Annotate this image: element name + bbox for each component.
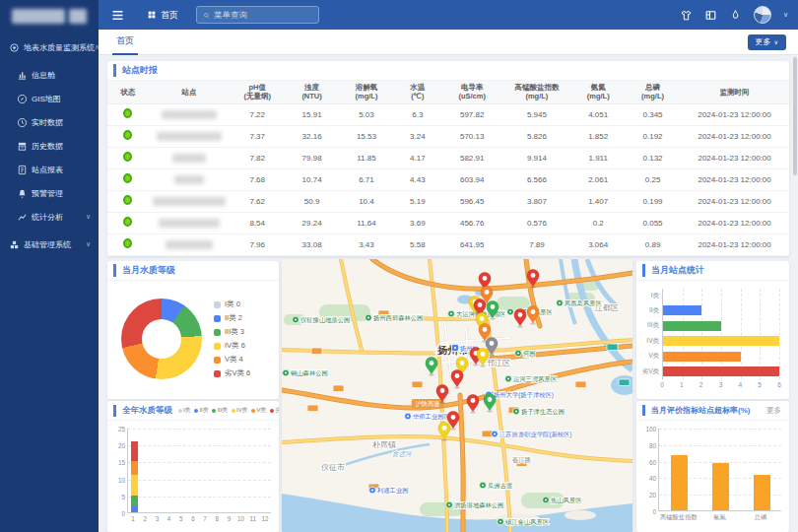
table-cell: 11.64	[339, 212, 393, 233]
table-row[interactable]: 7.2215.915.036.3597.825.9454.0510.345202…	[107, 103, 789, 125]
legend-label: V类	[256, 406, 266, 415]
logo-blur-2	[69, 9, 87, 24]
table-cell: 6.3	[394, 103, 441, 125]
menu-search-input[interactable]	[214, 10, 312, 20]
table-cell	[149, 103, 231, 125]
sidebar-item-base-system[interactable]: 基础管理系统∨	[0, 233, 99, 256]
table-cell: 5.58	[394, 233, 441, 255]
table-cell: 2024-01-23 12:00:00	[680, 190, 789, 212]
panel-title-station-report: 站点时报	[113, 64, 158, 77]
sidebar-item-5[interactable]: 预警管理	[0, 181, 99, 205]
poi-marker-dot	[448, 503, 450, 505]
station-pin-red[interactable]	[451, 369, 463, 388]
x-tick-label: 8	[215, 515, 219, 522]
topbar: 首页 ∨	[99, 0, 798, 30]
table-cell	[149, 125, 231, 147]
table-cell: 0.576	[502, 212, 570, 233]
scrollbar[interactable]	[792, 55, 798, 532]
bar-category-label: III类	[647, 321, 663, 330]
logo-blur	[12, 9, 65, 24]
legend-marker	[270, 409, 274, 413]
bar-row-IV类: IV类	[663, 336, 779, 346]
sidebar-item-4[interactable]: 站点报表	[0, 158, 99, 181]
legend-item[interactable]: II类	[194, 406, 208, 415]
legend-item[interactable]: I类	[178, 406, 190, 415]
breadcrumb-home[interactable]: 首页	[147, 9, 178, 22]
legend-item[interactable]: V类 4	[214, 355, 250, 365]
legend-item[interactable]: IV类 6	[214, 341, 250, 351]
y-tick-label: 20	[649, 492, 659, 499]
table-cell: 3.69	[394, 212, 441, 233]
station-stats-chart: I类II类III类IV类V类劣V类	[662, 289, 779, 379]
menu-search-box[interactable]	[196, 6, 319, 24]
col-header-10: 监测时间	[680, 81, 789, 103]
layout-icon[interactable]	[704, 9, 717, 22]
flame-icon[interactable]	[729, 9, 742, 22]
table-row[interactable]: 7.8279.9811.854.17582.919.9141.9110.1322…	[107, 147, 789, 168]
panel-header: 站点时报	[107, 61, 789, 81]
more-tabs-button[interactable]: 更多 ∨	[748, 34, 786, 50]
sidebar-item-3[interactable]: 历史数据	[0, 134, 99, 158]
panel-header: 当月站点统计	[636, 261, 789, 281]
sidebar-menu: 地表水质量监测系统∧信息舱GIS地图实时数据历史数据站点报表预警管理统计分析∨基…	[0, 35, 99, 256]
hamburger-menu-icon[interactable]	[110, 8, 125, 23]
table-row[interactable]: 8.5429.2411.643.69456.760.5760.20.055202…	[107, 212, 789, 233]
map-label-roadname: 春江路	[512, 456, 532, 464]
legend-item[interactable]: 劣V类	[270, 406, 279, 415]
exceed-rate-more-link[interactable]: 更多	[766, 406, 781, 416]
table-cell	[107, 233, 149, 255]
station-pin-red[interactable]	[467, 394, 479, 413]
table-cell: 0.192	[626, 125, 680, 147]
sidebar-item-0[interactable]: 信息舱	[0, 63, 99, 87]
panel-title-monthly-grade: 当月水质等级	[113, 264, 175, 277]
table-row[interactable]: 7.9633.083.435.58641.957.893.0640.892024…	[107, 233, 789, 255]
stations-map[interactable]: 扬州市江都区邗江区仪征市朴席镇扬州西郊森林公园仪征捺山地质公园铜山森林公园凤凰岛…	[282, 259, 632, 532]
table-cell: 2.061	[571, 168, 626, 190]
donut-legend: I类 0II类 2III类 3IV类 6V类 4劣V类 6	[214, 299, 250, 378]
sidebar-item-2[interactable]: 实时数据	[0, 110, 99, 134]
table-cell: 1.911	[571, 147, 626, 168]
breadcrumb-home-label: 首页	[161, 9, 178, 22]
chart-icon	[17, 70, 28, 81]
map-label-park: 铜山森林公园	[290, 369, 328, 377]
table-cell	[149, 147, 231, 168]
legend-item[interactable]: II类 2	[214, 313, 250, 323]
exceed-rate-panel: 当月评价指标站点超标率(%) 更多 020406080100 高锰酸盐指数氨氮总…	[636, 401, 789, 532]
legend-marker	[194, 409, 198, 413]
station-pin-red[interactable]	[514, 308, 526, 327]
map-label-district: 朴席镇	[371, 440, 396, 449]
grid-icon	[147, 10, 157, 20]
table-cell: 5.03	[339, 103, 393, 125]
x-tick-label: 5	[179, 515, 183, 522]
table-row[interactable]: 7.6250.910.45.19596.453.8071.4070.199202…	[107, 190, 789, 212]
gridline	[128, 497, 271, 498]
tab-home[interactable]: 首页	[112, 30, 138, 55]
legend-item[interactable]: III类	[212, 406, 228, 415]
table-cell	[107, 147, 149, 168]
sidebar-item-6[interactable]: 统计分析∨	[0, 205, 99, 229]
legend-item[interactable]: I类 0	[214, 299, 250, 309]
annual-grade-xaxis: 123456789101112	[127, 515, 271, 525]
stack-segment-V类	[131, 461, 138, 475]
station-pin-green[interactable]	[426, 357, 437, 375]
legend-item[interactable]: V类	[251, 406, 266, 415]
sidebar-item-1[interactable]: GIS地图	[0, 87, 99, 110]
status-dot	[123, 173, 132, 183]
sidebar-item-label: 历史数据	[32, 141, 63, 152]
col-header-1: 站点	[149, 81, 231, 103]
station-pin-green[interactable]	[484, 393, 496, 412]
map-label-water: 古运河	[392, 450, 413, 457]
table-row[interactable]: 7.6810.746.714.43603.946.5662.0610.25202…	[107, 168, 789, 190]
legend-item[interactable]: 劣V类 6	[214, 368, 250, 378]
sidebar-item-root[interactable]: 地表水质量监测系统∧	[0, 35, 99, 59]
map-label-edu: 江苏旅游职业学院(新校区)	[499, 431, 571, 438]
history-icon	[17, 141, 28, 152]
legend-item[interactable]: IV类	[232, 406, 247, 415]
legend-item[interactable]: III类 3	[214, 327, 250, 337]
annual-grade-panel: 全年水质等级 I类II类III类IV类V类劣V类 0510152025 1234…	[107, 401, 279, 532]
user-menu-caret-icon[interactable]: ∨	[783, 11, 788, 19]
scrollbar-thumb[interactable]	[793, 57, 797, 175]
theme-skin-icon[interactable]	[680, 9, 693, 22]
user-avatar[interactable]	[754, 6, 771, 24]
table-row[interactable]: 7.3732.1615.533.24570.135.8261.8520.1922…	[107, 125, 789, 147]
